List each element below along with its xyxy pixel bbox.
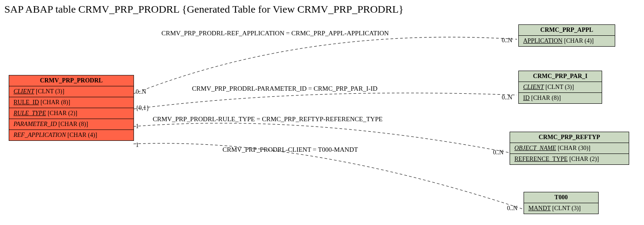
entity-field: CLIENT [CLNT (3)] xyxy=(9,86,134,97)
cardinality-left: 0..N xyxy=(136,89,146,95)
connection-label: CRMV_PRP_PRODRL-PARAMETER_ID = CRMC_PRP_… xyxy=(192,85,377,92)
entity-field: REFERENCE_TYPE [CHAR (2)] xyxy=(510,154,629,164)
entity-crmc-prp-reftyp: CRMC_PRP_REFTYP OBJECT_NAME [CHAR (30)] … xyxy=(510,132,629,165)
entity-crmc-prp-appl: CRMC_PRP_APPL APPLICATION [CHAR (4)] xyxy=(518,24,615,47)
connection-label: CRMV_PRP_PRODRL-REF_APPLICATION = CRMC_P… xyxy=(161,30,389,37)
entity-crmv-prp-prodrl: CRMV_PRP_PRODRL CLIENT [CLNT (3)] RULE_I… xyxy=(9,75,134,141)
entity-t000: T000 MANDT [CLNT (3)] xyxy=(524,192,599,214)
entity-header: CRMC_PRP_PAR_I xyxy=(519,71,602,82)
entity-field: APPLICATION [CHAR (4)] xyxy=(519,36,615,46)
entity-field: OBJECT_NAME [CHAR (30)] xyxy=(510,143,629,154)
page-title: SAP ABAP table CRMV_PRP_PRODRL {Generate… xyxy=(4,3,404,15)
entity-field: ID [CHAR (8)] xyxy=(519,93,602,103)
cardinality-right: 0..N xyxy=(502,37,512,44)
cardinality-right: 0..N xyxy=(493,149,504,156)
entity-crmc-prp-par-i: CRMC_PRP_PAR_I CLIENT [CLNT (3)] ID [CHA… xyxy=(518,71,602,104)
entity-field: PARAMETER_ID [CHAR (8)] xyxy=(9,119,134,130)
entity-field: RULE_ID [CHAR (8)] xyxy=(9,97,134,108)
cardinality-left: 1 xyxy=(136,123,139,130)
cardinality-right: 0..N xyxy=(507,205,517,212)
cardinality-left: {0,1} xyxy=(136,105,149,112)
entity-header: CRMC_PRP_APPL xyxy=(519,25,615,36)
entity-field: CLIENT [CLNT (3)] xyxy=(519,82,602,93)
connection-label: CRMV_PRP_PRODRL-CLIENT = T000-MANDT xyxy=(223,146,358,153)
cardinality-left: 1 xyxy=(136,142,139,149)
entity-header: T000 xyxy=(524,192,598,203)
entity-field: REF_APPLICATION [CHAR (4)] xyxy=(9,130,134,140)
connection-label: CRMV_PRP_PRODRL-RULE_TYPE = CRMC_PRP_REF… xyxy=(153,116,383,123)
entity-field: RULE_TYPE [CHAR (2)] xyxy=(9,108,134,119)
entity-field: MANDT [CLNT (3)] xyxy=(524,203,598,214)
entity-header: CRMC_PRP_REFTYP xyxy=(510,132,629,143)
cardinality-right: 0..N xyxy=(502,94,512,101)
entity-header: CRMV_PRP_PRODRL xyxy=(9,75,134,86)
